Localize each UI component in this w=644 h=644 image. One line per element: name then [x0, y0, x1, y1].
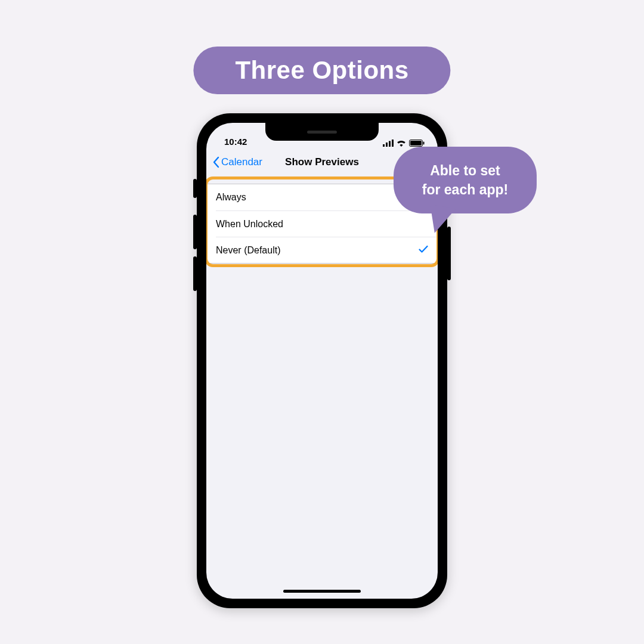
cellular-icon: [383, 140, 394, 147]
battery-icon: [409, 140, 425, 147]
svg-rect-0: [383, 144, 385, 147]
back-button[interactable]: Calendar: [212, 156, 262, 168]
banner-pill: Three Options: [193, 47, 450, 94]
svg-rect-6: [423, 142, 425, 145]
callout-bubble: Able to set for each app!: [394, 147, 537, 213]
svg-rect-2: [389, 141, 391, 147]
option-label: When Unlocked: [216, 219, 283, 230]
option-never[interactable]: Never (Default): [216, 237, 438, 263]
callout-line2: for each app!: [409, 180, 521, 199]
volume-down-button: [193, 256, 197, 291]
option-label: Never (Default): [216, 245, 280, 256]
chevron-left-icon: [212, 156, 219, 168]
svg-rect-1: [386, 143, 388, 147]
speaker-slit: [307, 131, 337, 134]
banner-title: Three Options: [235, 56, 408, 84]
callout-line1: Able to set: [409, 161, 521, 180]
svg-rect-5: [410, 141, 422, 145]
option-when-unlocked[interactable]: When Unlocked: [216, 210, 438, 237]
option-label: Always: [216, 192, 246, 203]
checkmark-icon: [419, 245, 428, 256]
mute-switch: [193, 179, 197, 198]
svg-rect-3: [392, 140, 394, 147]
phone-notch: [265, 123, 379, 141]
volume-up-button: [193, 215, 197, 249]
status-time: 10:42: [224, 137, 247, 147]
wifi-icon: [397, 140, 406, 147]
bubble-tail: [426, 205, 456, 236]
status-icons: [383, 140, 425, 147]
back-label: Calendar: [221, 156, 262, 168]
home-indicator: [283, 590, 361, 593]
